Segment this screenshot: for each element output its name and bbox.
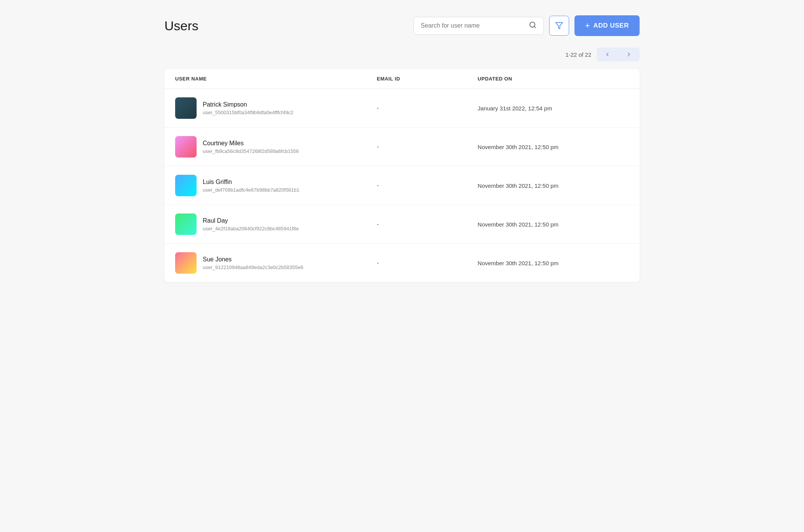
table-row[interactable]: Patrick Simpson user_5500315bf0a34f9b9df… <box>164 89 640 128</box>
table-row[interactable]: Raul Day user_4e2f18aba20640cf922c8bc485… <box>164 205 640 244</box>
next-page-button[interactable] <box>618 48 640 61</box>
email-cell: - <box>377 182 477 189</box>
search-icon <box>529 21 537 31</box>
email-cell: - <box>377 143 477 150</box>
user-name: Luis Griffin <box>203 179 299 186</box>
date-cell: January 31st 2022, 12:54 pm <box>477 105 629 112</box>
pagination-row: 1-22 of 22 <box>164 48 640 61</box>
add-user-button[interactable]: + ADD USER <box>574 15 640 36</box>
page-header: Users + ADD USER <box>164 15 640 36</box>
user-cell: Sue Jones user_912210948aa849eda2c3e0c2b… <box>175 252 377 274</box>
user-info: Sue Jones user_912210948aa849eda2c3e0c2b… <box>203 256 303 270</box>
avatar <box>175 136 197 158</box>
prev-page-button[interactable] <box>597 48 618 61</box>
col-header-email: EMAIL ID <box>377 76 477 82</box>
col-header-updated: UPDATED ON <box>477 76 629 82</box>
date-cell: November 30th 2021, 12:50 pm <box>477 260 629 266</box>
table-body: Patrick Simpson user_5500315bf0a34f9b9df… <box>164 89 640 282</box>
user-name: Sue Jones <box>203 256 303 263</box>
table-row[interactable]: Courtney Miles user_fb9ca56c8d3547268f2d… <box>164 128 640 166</box>
date-cell: November 30th 2021, 12:50 pm <box>477 221 629 228</box>
email-cell: - <box>377 105 477 112</box>
date-cell: November 30th 2021, 12:50 pm <box>477 182 629 189</box>
email-cell: - <box>377 259 477 266</box>
filter-button[interactable] <box>549 16 569 36</box>
add-user-label: ADD USER <box>593 22 629 30</box>
table-row[interactable]: Sue Jones user_912210948aa849eda2c3e0c2b… <box>164 244 640 282</box>
date-cell: November 30th 2021, 12:50 pm <box>477 144 629 150</box>
table-row[interactable]: Luis Griffin user_def709b1adfc4e67b98bb7… <box>164 166 640 205</box>
svg-line-1 <box>534 26 536 28</box>
add-icon: + <box>585 21 590 31</box>
user-info: Raul Day user_4e2f18aba20640cf922c8bc485… <box>203 217 299 232</box>
user-id: user_912210948aa849eda2c3e0c2b58355e6 <box>203 264 303 270</box>
svg-marker-2 <box>556 23 563 29</box>
user-name: Raul Day <box>203 217 299 224</box>
user-info: Luis Griffin user_def709b1adfc4e67b98bb7… <box>203 179 299 193</box>
user-name: Patrick Simpson <box>203 101 294 108</box>
avatar <box>175 175 197 196</box>
user-cell: Patrick Simpson user_5500315bf0a34f9b9df… <box>175 97 377 119</box>
user-id: user_5500315bf0a34f9b9dfa0e4fffcf49c2 <box>203 110 294 115</box>
avatar <box>175 213 197 235</box>
user-name: Courtney Miles <box>203 140 299 147</box>
user-cell: Raul Day user_4e2f18aba20640cf922c8bc485… <box>175 213 377 235</box>
search-box <box>413 17 544 35</box>
user-info: Patrick Simpson user_5500315bf0a34f9b9df… <box>203 101 294 115</box>
user-info: Courtney Miles user_fb9ca56c8d3547268f2d… <box>203 140 299 154</box>
avatar <box>175 252 197 274</box>
user-id: user_4e2f18aba20640cf922c8bc485941f8e <box>203 226 299 232</box>
pagination-info: 1-22 of 22 <box>565 51 591 58</box>
user-cell: Luis Griffin user_def709b1adfc4e67b98bb7… <box>175 175 377 196</box>
table-header: USER NAME EMAIL ID UPDATED ON <box>164 69 640 89</box>
page-title: Users <box>164 18 199 33</box>
col-header-username: USER NAME <box>175 76 377 82</box>
avatar <box>175 97 197 119</box>
header-actions: + ADD USER <box>413 15 640 36</box>
user-id: user_def709b1adfc4e67b98bb7a820f581b1 <box>203 187 299 193</box>
search-input[interactable] <box>421 22 525 29</box>
pagination-controls <box>597 48 640 61</box>
user-id: user_fb9ca56c8d3547268f2d589a6fcb1556 <box>203 148 299 154</box>
user-cell: Courtney Miles user_fb9ca56c8d3547268f2d… <box>175 136 377 158</box>
email-cell: - <box>377 221 477 228</box>
users-table: USER NAME EMAIL ID UPDATED ON Patrick Si… <box>164 69 640 282</box>
